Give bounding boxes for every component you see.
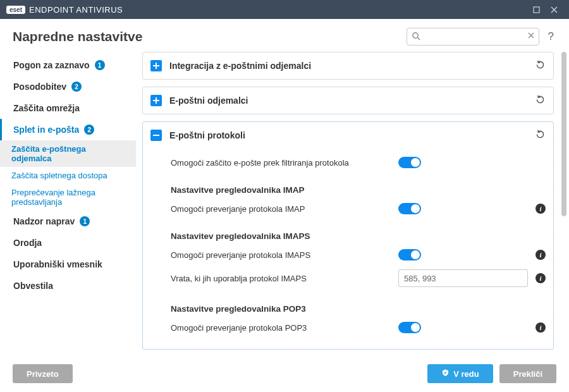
svg-point-1 xyxy=(412,33,417,38)
nav-badge: 1 xyxy=(95,60,105,70)
page-title: Napredne nastavitve xyxy=(13,29,407,44)
row-imap: Omogoči preverjanje protokola IMAP i xyxy=(171,199,546,219)
panel-email-integration: Integracija z e-poštnimi odjemalci xyxy=(142,52,554,80)
titlebar: eset ENDPOINT ANTIVIRUS xyxy=(0,0,569,19)
nav-label: Zaščita e-poštnega odjemalca xyxy=(11,144,86,163)
cancel-button[interactable]: Prekliči xyxy=(499,364,556,383)
row-label: Omogoči preverjanje protokola IMAP xyxy=(171,204,398,214)
search-input[interactable] xyxy=(407,28,539,46)
panel-header[interactable]: E-poštni odjemalci xyxy=(143,87,553,114)
scrollbar[interactable] xyxy=(561,52,566,358)
expand-icon xyxy=(150,95,162,106)
nav-web-email[interactable]: Splet in e-pošta 2 xyxy=(0,119,136,140)
panel-header[interactable]: Integracija z e-poštnimi odjemalci xyxy=(143,52,553,79)
info-icon[interactable]: i xyxy=(535,204,546,214)
group-pop3: Nastavitve pregledovalnika POP3 xyxy=(171,291,546,317)
nav-badge: 2 xyxy=(71,82,82,92)
nav-antiphishing[interactable]: Preprečevanje lažnega predstavljanja xyxy=(0,184,136,211)
panel-email-protocols: E-poštni protokoli Omogoči zaščito e-poš… xyxy=(142,121,554,350)
panel-email-clients: E-poštni odjemalci xyxy=(142,87,554,114)
info-icon[interactable]: i xyxy=(535,273,546,283)
nav-label: Uporabniški vmesnik xyxy=(13,259,102,269)
footer: Privzeto V redu Prekliči xyxy=(0,358,569,389)
nav-network-protection[interactable]: Zaščita omrežja xyxy=(0,97,136,119)
nav-label: Zaščita spletnega dostopa xyxy=(11,171,107,180)
reset-icon[interactable] xyxy=(535,94,546,107)
info-icon[interactable]: i xyxy=(535,250,546,260)
nav-label: Nadzor naprav xyxy=(13,216,75,226)
shield-check-icon xyxy=(441,369,450,379)
row-label: Omogoči zaščito e-pošte prek filtriranja… xyxy=(171,158,398,168)
toggle-enable-email-protection[interactable] xyxy=(398,157,421,168)
nav-label: Posodobitev xyxy=(13,82,66,92)
row-label: Vrata, ki jih uporablja protokol IMAPS xyxy=(171,274,398,283)
row-pop3: Omogoči preverjanje protokola POP3 i xyxy=(171,317,546,338)
panel-title: E-poštni protokoli xyxy=(169,130,527,140)
search-icon xyxy=(412,32,420,42)
group-imap: Nastavitve pregledovalnika IMAP xyxy=(171,173,546,199)
nav-label: Zaščita omrežja xyxy=(13,103,80,113)
row-imaps-ports: Vrata, ki jih uporablja protokol IMAPS i xyxy=(171,265,546,291)
expand-icon xyxy=(150,60,162,71)
search-field[interactable] xyxy=(407,28,539,46)
nav-notifications[interactable]: Obvestila xyxy=(0,275,136,297)
nav-label: Splet in e-pošta xyxy=(13,125,79,135)
clear-search-icon[interactable] xyxy=(527,31,535,42)
panel-title: Integracija z e-poštnimi odjemalci xyxy=(169,61,527,71)
help-icon[interactable]: ? xyxy=(546,30,556,43)
nav-web-access-protection[interactable]: Zaščita spletnega dostopa xyxy=(0,167,136,184)
settings-content: Integracija z e-poštnimi odjemalci E-poš… xyxy=(142,52,558,358)
header: Napredne nastavitve ? xyxy=(0,19,569,52)
nav-ui[interactable]: Uporabniški vmesnik xyxy=(0,254,136,275)
toggle-imaps[interactable] xyxy=(398,249,421,260)
nav-label: Pogon za zaznavo xyxy=(13,60,90,70)
sidebar: Pogon za zaznavo 1 Posodobitev 2 Zaščita… xyxy=(0,52,136,358)
imaps-ports-input[interactable] xyxy=(398,269,528,287)
row-imaps: Omogoči preverjanje protokola IMAPS i xyxy=(171,245,546,265)
default-button[interactable]: Privzeto xyxy=(13,364,73,383)
nav-detection-engine[interactable]: Pogon za zaznavo 1 xyxy=(0,54,136,76)
row-label: Omogoči preverjanje protokola IMAPS xyxy=(171,250,398,260)
nav-label: Obvestila xyxy=(13,281,53,291)
panel-title: E-poštni odjemalci xyxy=(169,95,527,106)
window-maximize-icon[interactable] xyxy=(527,1,545,18)
product-name: ENDPOINT ANTIVIRUS xyxy=(29,5,123,15)
toggle-imap[interactable] xyxy=(398,203,421,214)
toggle-pop3[interactable] xyxy=(398,322,421,333)
row-enable-email-protection: Omogoči zaščito e-pošte prek filtriranja… xyxy=(171,152,546,173)
reset-icon[interactable] xyxy=(535,59,546,72)
nav-tools[interactable]: Orodja xyxy=(0,232,136,254)
info-icon[interactable]: i xyxy=(535,322,546,333)
nav-label: Orodja xyxy=(13,238,42,248)
nav-device-control[interactable]: Nadzor naprav 1 xyxy=(0,211,136,232)
row-label: Omogoči preverjanje protokola POP3 xyxy=(171,323,398,333)
collapse-icon xyxy=(150,130,162,141)
nav-update[interactable]: Posodobitev 2 xyxy=(0,76,136,97)
nav-badge: 1 xyxy=(80,216,90,226)
nav-badge: 2 xyxy=(84,125,94,135)
nav-email-client-protection[interactable]: Zaščita e-poštnega odjemalca xyxy=(0,140,136,167)
svg-rect-0 xyxy=(534,7,539,13)
nav-label: Preprečevanje lažnega predstavljanja xyxy=(11,188,95,207)
reset-icon[interactable] xyxy=(535,129,546,142)
brand-badge: eset xyxy=(6,6,25,14)
ok-button[interactable]: V redu xyxy=(427,364,493,383)
panel-header[interactable]: E-poštni protokoli xyxy=(143,122,553,149)
window-close-icon[interactable] xyxy=(545,1,563,18)
group-imaps: Nastavitev pregledovalnika IMAPS xyxy=(171,219,546,245)
scrollbar-thumb[interactable] xyxy=(561,52,566,216)
